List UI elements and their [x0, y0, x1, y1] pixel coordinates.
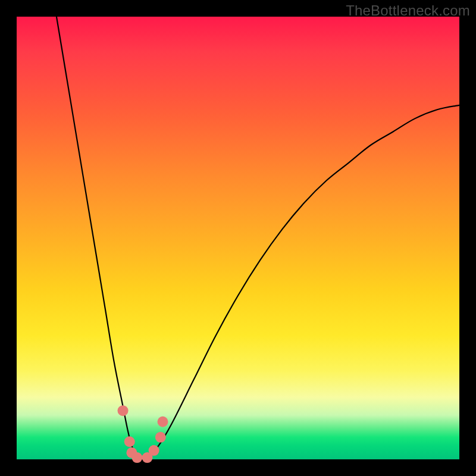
plot-area: [17, 17, 459, 459]
curve-marker: [131, 452, 142, 463]
curve-marker: [158, 416, 168, 427]
curve-marker: [124, 436, 135, 447]
curve-markers: [118, 405, 168, 463]
bottleneck-curve-svg: [17, 17, 459, 459]
outer-frame: TheBottleneck.com: [0, 0, 476, 476]
curve-marker: [149, 445, 159, 456]
bottleneck-curve: [57, 17, 459, 460]
curve-marker: [118, 405, 129, 416]
curve-marker: [155, 432, 166, 443]
